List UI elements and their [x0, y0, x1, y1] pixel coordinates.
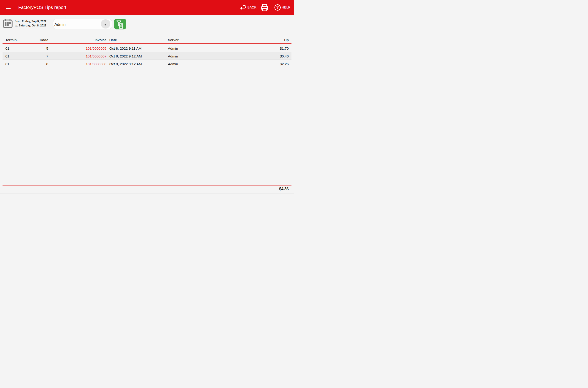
svg-text:?: ? — [276, 5, 279, 10]
